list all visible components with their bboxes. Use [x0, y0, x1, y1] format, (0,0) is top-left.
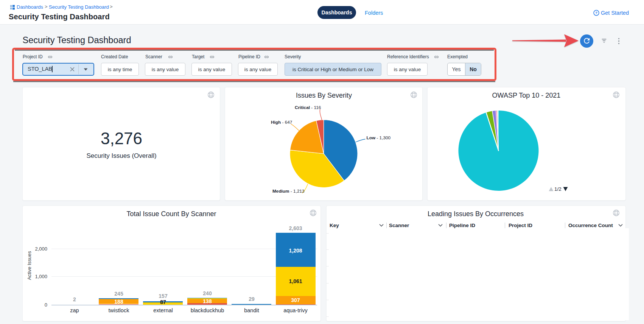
svg-text:?: ?: [595, 11, 597, 15]
